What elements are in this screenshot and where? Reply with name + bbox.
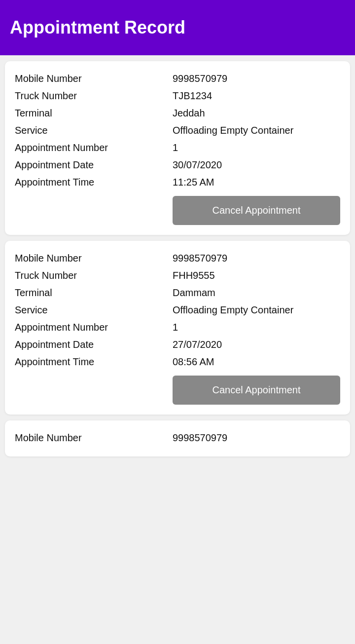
service-row-2: Service Offloading Empty Container — [15, 302, 340, 319]
appointment-card-2: Mobile Number 9998570979 Truck Number FH… — [5, 241, 350, 415]
appointment-time-value-1: 11:25 AM — [173, 177, 340, 188]
truck-number-row-1: Truck Number TJB1234 — [15, 87, 340, 105]
truck-number-label-2: Truck Number — [15, 270, 173, 281]
mobile-number-row-1: Mobile Number 9998570979 — [15, 70, 340, 87]
terminal-value-1: Jeddah — [173, 108, 340, 119]
appointment-card-3: Mobile Number 9998570979 — [5, 420, 350, 456]
terminal-row-2: Terminal Dammam — [15, 284, 340, 302]
appointment-number-row-1: Appointment Number 1 — [15, 139, 340, 156]
appointment-time-value-2: 08:56 AM — [173, 356, 340, 368]
appointment-date-label-2: Appointment Date — [15, 339, 173, 350]
mobile-number-row-2: Mobile Number 9998570979 — [15, 250, 340, 267]
cancel-appointment-button-1[interactable]: Cancel Appointment — [173, 196, 340, 225]
appointment-number-value-2: 1 — [173, 322, 340, 333]
truck-number-row-2: Truck Number FHH9555 — [15, 267, 340, 284]
cancel-row-2: Cancel Appointment — [15, 376, 340, 405]
mobile-number-value-2: 9998570979 — [173, 253, 340, 264]
appointment-time-row-1: Appointment Time 11:25 AM — [15, 174, 340, 191]
cancel-appointment-button-2[interactable]: Cancel Appointment — [173, 376, 340, 405]
appointment-card-1: Mobile Number 9998570979 Truck Number TJ… — [5, 61, 350, 235]
appointment-number-row-2: Appointment Number 1 — [15, 319, 340, 336]
appointment-number-label-2: Appointment Number — [15, 322, 173, 333]
truck-number-value-1: TJB1234 — [173, 90, 340, 102]
service-label-2: Service — [15, 304, 173, 316]
mobile-number-row-3: Mobile Number 9998570979 — [15, 429, 340, 447]
service-row-1: Service Offloading Empty Container — [15, 122, 340, 139]
page-title: Appointment Record — [10, 17, 185, 38]
terminal-value-2: Dammam — [173, 287, 340, 299]
service-value-2: Offloading Empty Container — [173, 304, 340, 316]
mobile-number-label-3: Mobile Number — [15, 432, 173, 444]
cancel-row-1: Cancel Appointment — [15, 196, 340, 225]
mobile-number-label-2: Mobile Number — [15, 253, 173, 264]
terminal-row-1: Terminal Jeddah — [15, 105, 340, 122]
appointment-number-value-1: 1 — [173, 142, 340, 153]
service-value-1: Offloading Empty Container — [173, 125, 340, 136]
mobile-number-value-3: 9998570979 — [173, 432, 340, 444]
appointment-date-value-2: 27/07/2020 — [173, 339, 340, 350]
appointment-date-value-1: 30/07/2020 — [173, 159, 340, 171]
terminal-label-1: Terminal — [15, 108, 173, 119]
truck-number-value-2: FHH9555 — [173, 270, 340, 281]
appointment-time-row-2: Appointment Time 08:56 AM — [15, 353, 340, 371]
service-label-1: Service — [15, 125, 173, 136]
appointment-number-label-1: Appointment Number — [15, 142, 173, 153]
mobile-number-value-1: 9998570979 — [173, 73, 340, 84]
records-container: Mobile Number 9998570979 Truck Number TJ… — [0, 55, 355, 462]
mobile-number-label-1: Mobile Number — [15, 73, 173, 84]
appointment-time-label-1: Appointment Time — [15, 177, 173, 188]
appointment-date-row-2: Appointment Date 27/07/2020 — [15, 336, 340, 353]
appointment-date-row-1: Appointment Date 30/07/2020 — [15, 156, 340, 174]
appointment-date-label-1: Appointment Date — [15, 159, 173, 171]
terminal-label-2: Terminal — [15, 287, 173, 299]
page-header: Appointment Record — [0, 0, 355, 55]
truck-number-label-1: Truck Number — [15, 90, 173, 102]
appointment-time-label-2: Appointment Time — [15, 356, 173, 368]
